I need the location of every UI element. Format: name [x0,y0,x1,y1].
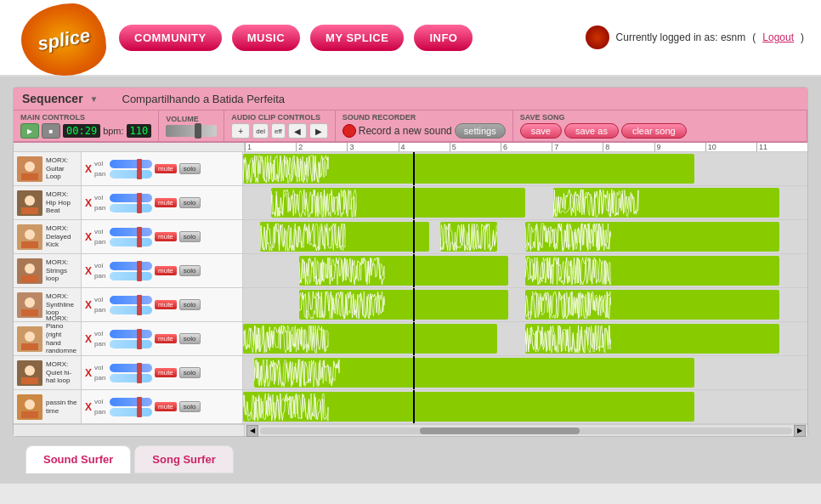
user-info: Currently logged in as: esnm (Logout) [586,25,804,49]
mute-btn-7[interactable]: mute [155,402,177,411]
position-line-3 [413,254,415,287]
settings-button[interactable]: settings [455,123,506,139]
track-timeline-4[interactable] [243,288,807,321]
play-button[interactable]: ▶ [20,123,39,139]
ruler-mark-8: 8 [603,143,654,151]
next-clip-button[interactable]: ▶ [309,123,328,139]
nav-my-splice[interactable]: MY SPLICE [310,25,404,51]
waveform-block-5-1 [525,324,779,354]
track-timeline-2[interactable] [243,220,807,253]
track-timeline-6[interactable] [243,356,807,389]
save-button[interactable]: save [520,123,562,139]
track-delete-4[interactable]: X [85,299,92,311]
track-row: MORX: Quiet hi-hat loopXvolpanmutesolo [14,356,807,390]
nav-info[interactable]: INFO [414,25,473,51]
logout-link[interactable]: Logout [762,31,794,43]
sequencer-dropdown-icon[interactable]: ▼ [90,94,99,104]
solo-btn-1[interactable]: solo [179,197,201,208]
mute-btn-3[interactable]: mute [155,266,177,275]
solo-btn-5[interactable]: solo [179,333,201,344]
pan-slider-7[interactable] [110,408,152,416]
pan-slider-1[interactable] [110,204,152,212]
scroll-left-button[interactable]: ◀ [246,425,258,437]
del-clip-button[interactable]: del [252,123,269,139]
waveform-block-0-0 [243,154,694,184]
scroll-spacer [14,425,245,436]
clear-song-button[interactable]: clear song [621,123,687,139]
pan-handle-4 [137,305,142,315]
mute-btn-6[interactable]: mute [155,368,177,377]
record-button[interactable] [343,124,356,138]
track-thumb-2 [17,224,42,250]
solo-btn-2[interactable]: solo [179,231,201,242]
pan-slider-0[interactable] [110,170,152,178]
volume-slider[interactable] [166,125,217,137]
pan-slider-2[interactable] [110,238,152,246]
tab-sound-surfer[interactable]: Sound Surfer [25,445,131,473]
pan-slider-4[interactable] [110,306,152,314]
vol-row-2: vol [94,228,152,236]
scroll-track[interactable] [260,428,792,434]
vol-slider-2[interactable] [110,228,152,236]
track-row: MORX: Delayed KickXvolpanmutesolo [14,220,807,254]
stop-button[interactable]: ■ [42,123,60,139]
track-timeline-5[interactable] [243,322,807,355]
pan-slider-3[interactable] [110,272,152,280]
track-thumb-1 [17,190,42,216]
mute-btn-2[interactable]: mute [155,232,177,241]
scroll-thumb [420,428,580,434]
vol-slider-7[interactable] [110,398,152,406]
track-info-1: MORX: Hip Hop Beat [14,186,82,219]
track-timeline-7[interactable] [243,390,807,423]
mute-btn-0[interactable]: mute [155,164,177,173]
track-delete-6[interactable]: X [85,367,92,379]
add-clip-button[interactable]: + [231,123,250,139]
vol-slider-4[interactable] [110,296,152,304]
prev-clip-button[interactable]: ◀ [288,123,307,139]
vol-pan-6: volpan [94,364,152,382]
vol-slider-3[interactable] [110,262,152,270]
solo-btn-7[interactable]: solo [179,401,201,412]
vol-slider-0[interactable] [110,160,152,168]
track-name-6: MORX: Quiet hi-hat loop [46,360,77,385]
mute-btn-1[interactable]: mute [155,198,177,207]
vol-slider-5[interactable] [110,330,152,338]
pan-label-1: pan [94,204,108,212]
mute-btn-5[interactable]: mute [155,334,177,343]
svg-rect-2 [21,173,38,180]
waveform-block-2-1 [440,222,496,252]
save-as-button[interactable]: save as [564,123,619,139]
waveform-block-6-0 [254,358,694,388]
vol-slider-1[interactable] [110,194,152,202]
track-delete-2[interactable]: X [85,231,92,243]
track-delete-3[interactable]: X [85,265,92,277]
scroll-right-button[interactable]: ▶ [794,425,806,437]
pan-slider-5[interactable] [110,340,152,348]
pan-label-4: pan [94,306,108,314]
track-timeline-0[interactable] [243,152,807,185]
eff-clip-button[interactable]: eff [271,123,286,139]
track-info-6: MORX: Quiet hi-hat loop [14,356,82,389]
track-delete-1[interactable]: X [85,197,92,209]
track-delete-7[interactable]: X [85,401,92,413]
solo-btn-4[interactable]: solo [179,299,201,310]
tab-song-surfer[interactable]: Song Surfer [134,445,233,473]
bpm-label: bpm: [103,126,123,136]
track-controls-7: Xvolpanmutesolo [82,390,243,423]
pan-row-2: pan [94,238,152,246]
pan-slider-6[interactable] [110,374,152,382]
vol-handle-4 [137,295,142,305]
vol-slider-6[interactable] [110,364,152,372]
track-timeline-1[interactable] [243,186,807,219]
track-delete-0[interactable]: X [85,163,92,175]
nav-community[interactable]: COMMUNITY [119,25,222,51]
track-delete-5[interactable]: X [85,333,92,345]
solo-btn-3[interactable]: solo [179,265,201,276]
waveform-block-2-0 [260,222,429,252]
nav-music[interactable]: MUSIC [232,25,300,51]
pan-row-1: pan [94,204,152,212]
solo-btn-0[interactable]: solo [179,163,201,174]
track-timeline-3[interactable] [243,254,807,287]
solo-btn-6[interactable]: solo [179,367,201,378]
mute-btn-4[interactable]: mute [155,300,177,309]
